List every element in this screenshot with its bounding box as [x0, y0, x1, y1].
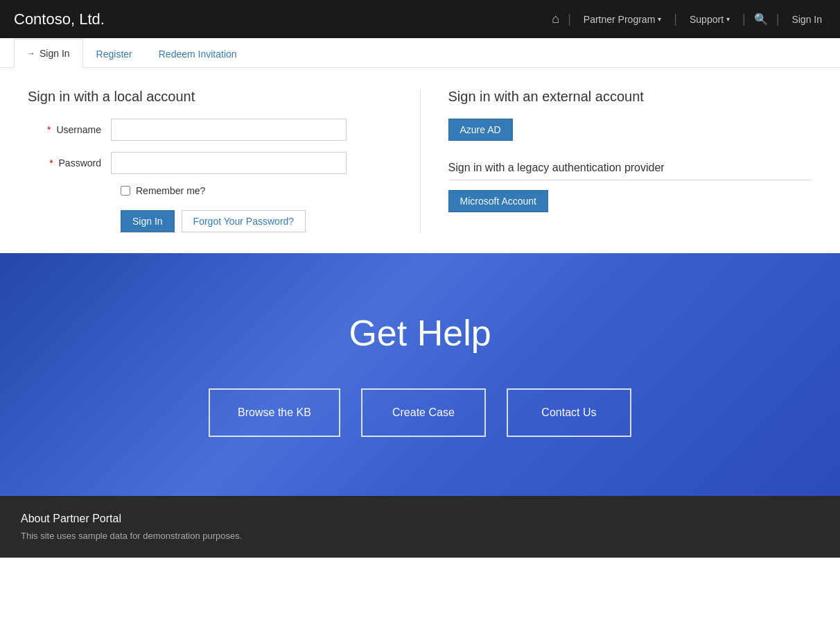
nav-divider-4: |: [776, 12, 780, 26]
sign-in-button[interactable]: Sign In: [121, 210, 175, 232]
nav-items: ⌂ | Partner Program ▾ | Support ▾ | 🔍 | …: [552, 11, 826, 28]
support-button[interactable]: Support ▾: [685, 11, 734, 28]
home-icon[interactable]: ⌂: [552, 12, 559, 26]
main-content: Sign in with a local account * Username …: [0, 68, 840, 253]
username-input[interactable]: [111, 119, 347, 141]
nav-divider-1: |: [568, 12, 571, 26]
footer-text: This site uses sample data for demonstra…: [21, 531, 819, 541]
password-required: *: [49, 157, 53, 169]
external-account-section: Sign in with an external account Azure A…: [421, 89, 813, 232]
password-label: * Password: [28, 157, 111, 169]
brand-title: Contoso, Ltd.: [14, 10, 552, 28]
local-account-section: Sign in with a local account * Username …: [28, 89, 421, 232]
tab-register[interactable]: Register: [83, 39, 146, 68]
microsoft-account-button[interactable]: Microsoft Account: [448, 190, 549, 212]
external-account-title: Sign in with an external account: [448, 89, 813, 105]
footer: About Partner Portal This site uses samp…: [0, 496, 840, 558]
footer-title: About Partner Portal: [21, 513, 819, 525]
get-help-section: Get Help Browse the KB Create Case Conta…: [0, 253, 840, 496]
azure-ad-button[interactable]: Azure AD: [448, 119, 513, 141]
forgot-password-button[interactable]: Forgot Your Password?: [182, 210, 306, 232]
get-help-background: [0, 253, 840, 496]
browse-kb-button[interactable]: Browse the KB: [209, 388, 340, 437]
tab-redeem-invitation[interactable]: Redeem Invitation: [146, 39, 250, 68]
legacy-section: Sign in with a legacy authentication pro…: [448, 162, 813, 212]
sign-in-nav-button[interactable]: Sign In: [787, 11, 826, 28]
partner-program-caret: ▾: [658, 15, 661, 23]
remember-me-checkbox[interactable]: [121, 186, 130, 196]
tabs-section: → Sign In Register Redeem Invitation: [0, 38, 840, 68]
create-case-button[interactable]: Create Case: [361, 388, 486, 437]
username-required: *: [47, 124, 51, 135]
get-help-title: Get Help: [349, 312, 491, 354]
partner-program-button[interactable]: Partner Program ▾: [579, 11, 665, 28]
search-icon[interactable]: 🔍: [754, 12, 768, 26]
support-caret: ▾: [726, 15, 730, 23]
remember-me-label: Remember me?: [136, 185, 205, 196]
nav-divider-2: |: [674, 12, 677, 26]
tab-signin[interactable]: → Sign In: [14, 39, 83, 68]
tabs-container: → Sign In Register Redeem Invitation: [14, 38, 826, 67]
nav-divider-3: |: [742, 12, 746, 26]
signin-button-group: Sign In Forgot Your Password?: [121, 210, 392, 232]
top-nav: Contoso, Ltd. ⌂ | Partner Program ▾ | Su…: [0, 0, 840, 38]
username-label: * Username: [28, 124, 111, 135]
legacy-auth-title: Sign in with a legacy authentication pro…: [448, 162, 813, 180]
help-buttons-container: Browse the KB Create Case Contact Us: [209, 388, 631, 437]
password-group: * Password: [28, 152, 392, 174]
local-account-title: Sign in with a local account: [28, 89, 392, 105]
contact-us-button[interactable]: Contact Us: [507, 388, 631, 437]
remember-me-group: Remember me?: [121, 185, 392, 196]
password-input[interactable]: [111, 152, 347, 174]
signin-icon: →: [27, 49, 35, 58]
username-group: * Username: [28, 119, 392, 141]
